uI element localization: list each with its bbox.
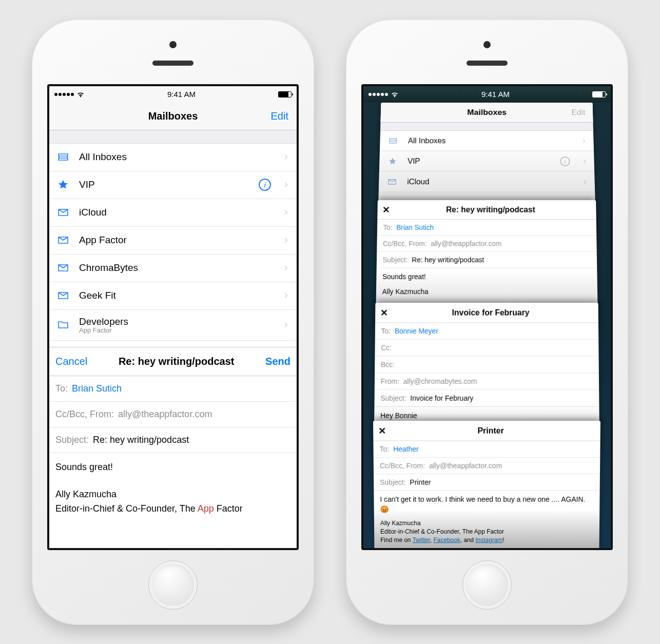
mailbox-row-all-inboxes[interactable]: All Inboxes [380, 130, 594, 151]
mailbox-row-developers[interactable]: Developers App Factor [49, 310, 297, 341]
compose-docked-draft[interactable]: Cancel Re: hey writing/podcast Send To: … [49, 347, 297, 548]
mailbox-row-vip[interactable]: VIP i [379, 151, 595, 171]
chevron-right-icon [282, 153, 289, 161]
mailbox-label: VIP [407, 157, 551, 165]
chevron-right-icon [581, 138, 588, 143]
stack-card-draft-3[interactable]: ✕ Printer To:Heather Cc/Bcc, From:ally@t… [373, 421, 600, 548]
chevron-right-icon [583, 179, 589, 184]
home-button[interactable] [462, 560, 512, 610]
mailbox-row-icloud[interactable]: iCloud [49, 199, 297, 227]
compose-body[interactable]: Sounds great! Ally Kazmucha Editor-in-Ch… [49, 453, 297, 524]
home-button[interactable] [148, 560, 198, 610]
inbox-icon [56, 262, 70, 274]
from-value: ally@theappfactor.com [429, 461, 502, 470]
from-value: ally@theappfactor.com [431, 239, 502, 247]
ccbccfrom-field[interactable]: Cc/Bcc, From: ally@theappfactor.com [49, 402, 297, 427]
mailbox-row-all-inboxes[interactable]: All Inboxes [49, 144, 297, 171]
compose-toolbar: Cancel Re: hey writing/podcast Send [49, 347, 297, 376]
status-time: 9:41 AM [481, 90, 510, 99]
ccbccfrom-value: ally@theappfactor.com [118, 409, 212, 420]
phone-right: 9:41 AM Mailboxes Edit All Inboxes [346, 19, 628, 625]
edit-button[interactable]: Edit [271, 110, 288, 122]
wifi-icon [76, 90, 85, 99]
cancel-button[interactable]: Cancel [55, 356, 87, 367]
mailbox-row-appfactor[interactable]: App Factor [49, 227, 297, 255]
mailbox-label: ChromaBytes [79, 262, 273, 274]
subject-field[interactable]: Subject: Re: hey writing/podcast [49, 427, 297, 453]
send-button[interactable]: Send [265, 356, 290, 367]
status-bar: 9:41 AM [49, 86, 297, 103]
body-line: Sounds great! [382, 272, 592, 282]
inbox-icon [386, 177, 399, 186]
draft-title: Re: hey writing/podcast [390, 205, 592, 213]
to-value: Brian Sutich [396, 223, 434, 231]
nav-title: Mailboxes [148, 110, 198, 122]
star-icon [386, 157, 399, 165]
close-icon[interactable]: ✕ [380, 307, 388, 318]
mailbox-label: iCloud [407, 177, 573, 186]
mailbox-sublabel: App Factor [79, 326, 128, 334]
signature-name: Ally Kazmucha [382, 287, 592, 297]
drafts-stack: Mailboxes Edit All Inboxes VIP i [363, 103, 611, 548]
chevron-right-icon [282, 237, 289, 244]
inbox-icon [56, 206, 70, 219]
chevron-right-icon [282, 292, 289, 299]
front-camera [169, 41, 177, 48]
compose-title: Re: hey writing/podcast [119, 356, 235, 367]
nav-title: Mailboxes [468, 108, 507, 117]
close-icon[interactable]: ✕ [382, 204, 390, 215]
twitter-link[interactable]: Twitter [413, 536, 430, 543]
signature-name: Ally Kazmucha [380, 519, 594, 527]
subject-value: Re: hey writing/podcast [93, 435, 189, 445]
chevron-right-icon [282, 321, 289, 328]
mailbox-label: Developers [79, 316, 128, 327]
to-label: To: [55, 383, 68, 394]
mailbox-label: iCloud [79, 207, 273, 218]
subject-label: Subject: [55, 435, 89, 445]
subject-value: Printer [410, 478, 431, 486]
to-value: Bonnie Meyer [395, 327, 438, 335]
inbox-icon [56, 289, 70, 302]
mailbox-row-chromabytes[interactable]: ChromaBytes [49, 255, 297, 282]
inbox-icon [56, 234, 70, 246]
signature-role: Editor-in-Chief & Co-Founder, The App Fa… [380, 528, 594, 536]
mailbox-label: All Inboxes [408, 136, 573, 145]
signature-links: Find me on Twitter, Facebook, and Instag… [380, 536, 593, 544]
screen-left: 9:41 AM Mailboxes Edit All Inboxes VIP i [47, 84, 299, 550]
front-camera [483, 41, 491, 48]
chevron-right-icon [282, 264, 289, 271]
from-value: ally@chromabytes.com [403, 377, 477, 385]
info-icon[interactable]: i [259, 179, 271, 191]
status-bar: 9:41 AM [363, 86, 611, 103]
mailbox-label: VIP [79, 179, 249, 190]
earpiece [152, 61, 193, 66]
to-value: Heather [393, 445, 419, 453]
mailbox-label: App Factor [79, 235, 273, 246]
facebook-link[interactable]: Facebook [434, 536, 460, 543]
instagram-link[interactable]: Instagram [476, 536, 503, 543]
subject-value: Re: hey writing/podcast [412, 256, 484, 263]
mailbox-label: Geek Fit [79, 290, 273, 301]
mailbox-row-icloud[interactable]: iCloud [379, 171, 595, 192]
mailbox-row-vip[interactable]: VIP i [49, 171, 297, 199]
bcc-label: Bcc: [381, 360, 395, 368]
star-icon [56, 179, 70, 190]
ccbccfrom-label: Cc/Bcc, From: [55, 409, 114, 420]
to-value: Brian Sutich [72, 383, 122, 394]
to-field[interactable]: To: Brian Sutich [49, 376, 297, 402]
nav-bar: Mailboxes Edit [49, 103, 297, 130]
mailbox-row-geekfit[interactable]: Geek Fit [49, 282, 297, 310]
status-time: 9:41 AM [167, 90, 196, 99]
chevron-right-icon [282, 209, 289, 216]
chevron-right-icon [582, 158, 588, 164]
wifi-icon [391, 90, 399, 99]
edit-button: Edit [571, 108, 586, 117]
earpiece [467, 61, 508, 66]
signal-dots-icon [368, 93, 388, 96]
signal-dots-icon [54, 93, 74, 96]
battery-icon [278, 91, 292, 97]
close-icon[interactable]: ✕ [378, 425, 386, 436]
subject-value: Invoice for February [411, 394, 474, 402]
phone-left: 9:41 AM Mailboxes Edit All Inboxes VIP i [32, 19, 314, 625]
draft-title: Invoice for February [388, 308, 594, 317]
